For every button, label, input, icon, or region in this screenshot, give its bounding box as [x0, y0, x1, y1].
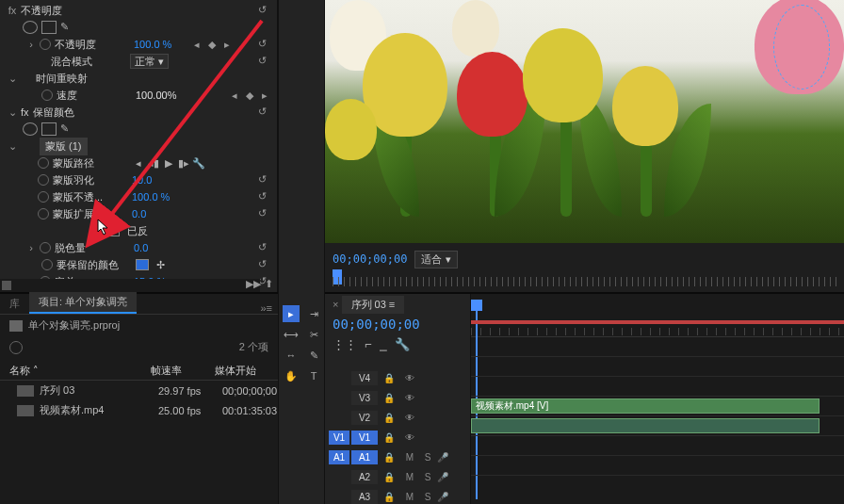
mask-ellipse-icon[interactable] — [23, 21, 38, 34]
keyframe-toggle[interactable] — [40, 39, 51, 50]
export-icon[interactable]: ⬆ — [262, 277, 275, 290]
prev-kf-icon[interactable]: ◂ — [190, 38, 203, 51]
track-header-a2[interactable]: A2🔒MS🎤 — [325, 467, 470, 487]
mask-feather-value[interactable]: 10.0 — [132, 174, 170, 186]
razor-tool[interactable]: ✂ — [305, 326, 322, 343]
track-stop-icon[interactable]: ◂▮ — [147, 156, 160, 170]
collapse-icon[interactable]: › — [26, 242, 36, 253]
timeline-ruler[interactable] — [471, 294, 844, 337]
reset-icon[interactable]: ↺ — [258, 106, 271, 119]
expand-icon[interactable]: ⌄ — [8, 140, 17, 153]
mask-rect-icon[interactable] — [41, 122, 57, 136]
panel-menu-icon[interactable]: »≡ — [254, 302, 278, 314]
marker-icon[interactable]: ⎯ — [380, 337, 387, 351]
project-tab[interactable]: 项目: 单个对象调亮 — [29, 292, 137, 314]
wrench-icon[interactable]: 🔧 — [192, 156, 205, 170]
track-step-icon[interactable]: ▮▸ — [177, 156, 190, 170]
speed-value[interactable]: 100.00% — [136, 89, 176, 101]
decolor-value[interactable]: 0.0 — [134, 242, 171, 253]
work-area-bar[interactable] — [471, 320, 844, 324]
mask-rect-icon[interactable] — [41, 21, 57, 34]
reset-icon[interactable]: ↺ — [258, 4, 271, 17]
link-icon[interactable]: ⌐ — [365, 337, 372, 351]
track-header-v3[interactable]: V3🔒👁 — [325, 388, 470, 408]
monitor-ruler[interactable] — [333, 271, 836, 286]
project-item[interactable]: 序列 03 29.97 fps 00;00;00;00 — [0, 381, 278, 400]
reset-icon[interactable]: ↺ — [258, 241, 271, 254]
mask-outline[interactable] — [773, 5, 830, 89]
mask-pen-icon[interactable]: ✎ — [60, 122, 75, 136]
type-tool[interactable]: T — [305, 367, 322, 384]
reset-icon[interactable]: ↺ — [258, 173, 271, 187]
track-a2[interactable] — [471, 436, 844, 456]
reset-icon[interactable]: ↺ — [258, 258, 271, 271]
video-output[interactable] — [325, 0, 844, 243]
reset-icon[interactable]: ↺ — [258, 38, 271, 51]
prev-kf-icon[interactable]: ◂ — [228, 89, 241, 102]
toggle-icon[interactable]: fx — [8, 5, 17, 16]
keyframe-toggle[interactable] — [40, 242, 51, 253]
track-v3[interactable] — [471, 357, 844, 377]
search-icon[interactable] — [9, 341, 23, 354]
add-kf-icon[interactable]: ◆ — [205, 38, 219, 51]
track-a3[interactable] — [471, 456, 844, 476]
mask-item[interactable]: 蒙版 (1) — [40, 138, 88, 155]
col-name-header[interactable]: 名称 ˄ — [9, 364, 151, 378]
track-header-v1[interactable]: V1V1🔒👁 — [325, 428, 470, 447]
track-v2[interactable] — [471, 377, 844, 397]
eyedropper-icon[interactable]: ✢ — [156, 259, 165, 271]
program-timecode[interactable]: 00;00;00;00 — [333, 252, 407, 266]
color-swatch[interactable] — [136, 259, 149, 270]
track-a1[interactable] — [471, 416, 844, 436]
project-item[interactable]: 视频素材.mp4 25.00 fps 00:01:35:03 — [0, 400, 278, 420]
video-clip[interactable]: 视频素材.mp4 [V] — [471, 398, 820, 414]
collapse-icon[interactable]: › — [26, 39, 36, 50]
expand-icon[interactable]: ⌄ — [8, 73, 17, 85]
track-v4[interactable] — [471, 337, 844, 357]
col-fps-header[interactable]: 帧速率 — [151, 364, 215, 378]
track-fwd-icon[interactable]: ▶ — [162, 156, 175, 170]
slip-tool[interactable]: ↔ — [283, 347, 300, 364]
mask-pen-icon[interactable]: ✎ — [60, 21, 75, 34]
selection-tool[interactable]: ▸ — [283, 305, 300, 322]
keyframe-toggle[interactable] — [38, 157, 49, 169]
timeline-timecode[interactable]: 00;00;00;00 — [325, 315, 470, 333]
effects-scrollbar[interactable] — [0, 279, 260, 292]
timeline-tracks-area[interactable]: 视频素材.mp4 [V] — [471, 294, 844, 504]
track-v1[interactable]: 视频素材.mp4 [V] — [471, 397, 844, 416]
mask-ellipse-icon[interactable] — [23, 122, 38, 136]
track-select-tool[interactable]: ⇥ — [305, 305, 322, 322]
sequence-tab[interactable]: 序列 03 ≡ — [342, 296, 405, 314]
zoom-dropdown[interactable]: 适合 ▾ — [414, 251, 457, 268]
expand-icon[interactable]: ⌄ — [8, 106, 17, 119]
blend-mode-dropdown[interactable]: 正常 ▾ — [130, 54, 169, 69]
wrench-icon[interactable]: 🔧 — [395, 337, 410, 351]
track-header-v2[interactable]: V2🔒👁 — [325, 408, 470, 428]
reset-icon[interactable]: ↺ — [258, 55, 271, 68]
audio-clip[interactable] — [471, 418, 820, 433]
track-header-a1[interactable]: A1A1🔒MS🎤 — [325, 447, 470, 467]
mask-invert-checkbox[interactable] — [109, 226, 120, 236]
mask-opacity-value[interactable]: 100.0 % — [132, 191, 170, 203]
snap-icon[interactable]: ⋮⋮ — [333, 337, 357, 351]
keyframe-toggle[interactable] — [41, 89, 53, 101]
pen-tool[interactable]: ✎ — [305, 347, 322, 364]
track-header-v4[interactable]: V4🔒👁 — [325, 368, 470, 388]
keyframe-toggle[interactable] — [38, 174, 49, 186]
timeline-playhead[interactable] — [471, 300, 482, 311]
hand-tool[interactable]: ✋ — [283, 367, 300, 384]
opacity-value[interactable]: 100.0 % — [134, 39, 171, 50]
track-header-a3[interactable]: A3🔒MS🎤 — [325, 487, 470, 504]
keyframe-toggle[interactable] — [38, 191, 49, 203]
library-tab[interactable]: 库 — [0, 294, 29, 314]
next-kf-icon[interactable]: ▸ — [258, 89, 271, 102]
loop-icon[interactable]: ▶▶ — [247, 277, 260, 290]
keyframe-toggle[interactable] — [38, 208, 49, 219]
next-kf-icon[interactable]: ▸ — [220, 38, 234, 51]
keyframe-toggle[interactable] — [41, 259, 53, 270]
mask-expand-value[interactable]: 0.0 — [132, 208, 170, 219]
add-kf-icon[interactable]: ◆ — [243, 89, 256, 102]
reset-icon[interactable]: ↺ — [258, 207, 271, 220]
reset-icon[interactable]: ↺ — [258, 190, 271, 203]
track-back-icon[interactable]: ◂ — [132, 156, 145, 170]
